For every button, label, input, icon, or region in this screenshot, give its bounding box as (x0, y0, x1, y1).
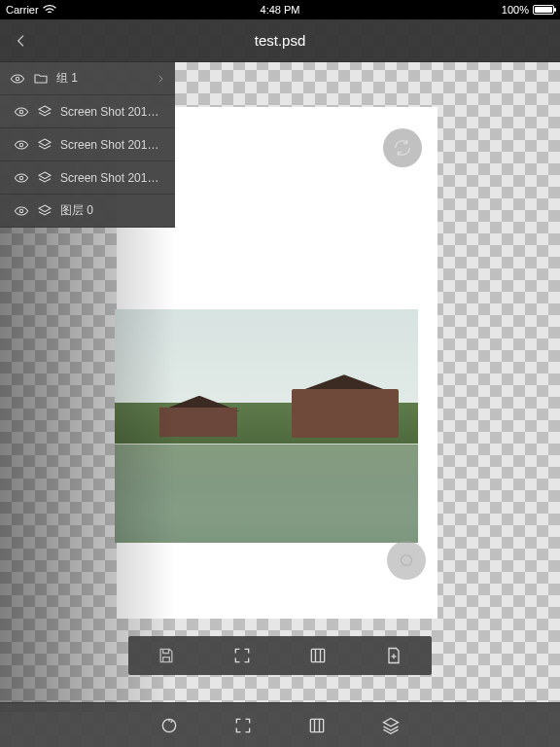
toggle-button[interactable] (387, 541, 426, 580)
resize-icon (307, 716, 327, 735)
canvas-toolbar (128, 636, 432, 675)
clock: 4:48 PM (0, 4, 560, 16)
layer-row[interactable]: Screen Shot 2017-... (0, 128, 175, 161)
svg-point-2 (16, 77, 18, 80)
svg-point-6 (19, 209, 22, 212)
layer-label: Screen Shot 2017-... (60, 105, 165, 119)
layers-icon (37, 104, 52, 120)
rotate-button[interactable] (152, 708, 187, 743)
folder-icon (33, 71, 49, 87)
svg-point-5 (19, 176, 22, 179)
eye-icon[interactable] (14, 170, 29, 186)
expand-button-bottom[interactable] (226, 708, 261, 743)
layer-row[interactable]: 图层 0 (0, 195, 175, 228)
layer-label: Screen Shot 2017-... (60, 171, 165, 185)
circle-icon (396, 550, 417, 571)
expand-button[interactable] (225, 638, 260, 673)
layers-panel: 组 1 Screen Shot 2017-... Screen Shot 201… (0, 62, 175, 228)
sync-icon (392, 137, 413, 159)
save-icon (157, 646, 176, 665)
layers-icon (37, 203, 52, 219)
svg-rect-1 (311, 649, 324, 661)
image-layer[interactable] (115, 309, 418, 543)
page-title: test.psd (0, 32, 560, 49)
add-page-button[interactable] (376, 638, 411, 673)
expand-icon (232, 646, 252, 665)
resize-icon (308, 646, 328, 665)
layers-icon (37, 170, 52, 186)
resize-button[interactable] (300, 638, 335, 673)
svg-rect-8 (310, 719, 323, 731)
add-page-icon (384, 646, 403, 665)
layer-label: Screen Shot 2017-... (60, 138, 165, 152)
eye-icon[interactable] (14, 203, 29, 219)
statusbar: Carrier 4:48 PM 100% (0, 0, 560, 19)
eye-icon[interactable] (10, 71, 25, 87)
svg-point-3 (19, 110, 22, 113)
layer-stack-icon (381, 716, 401, 735)
resize-button-bottom[interactable] (299, 708, 334, 743)
battery-icon (533, 5, 554, 15)
svg-point-0 (402, 555, 412, 566)
navbar: test.psd (0, 19, 560, 62)
save-button[interactable] (149, 638, 184, 673)
rotate-icon (159, 716, 179, 735)
expand-icon (233, 716, 253, 735)
layer-row[interactable]: Screen Shot 2017-... (0, 161, 175, 195)
eye-icon[interactable] (14, 137, 29, 153)
layer-label: 组 1 (56, 70, 148, 87)
svg-point-4 (19, 143, 22, 146)
layers-button[interactable] (373, 708, 408, 743)
sync-button[interactable] (383, 128, 422, 167)
layers-icon (37, 137, 52, 153)
photo-building-left (159, 408, 237, 437)
bottombar (0, 702, 560, 747)
layer-label: 图层 0 (60, 202, 165, 219)
photo-building-main (292, 389, 399, 438)
layer-row-group[interactable]: 组 1 (0, 62, 175, 95)
chevron-right-icon (156, 72, 165, 86)
photo-reflection (115, 445, 418, 543)
eye-icon[interactable] (14, 104, 29, 120)
layer-row[interactable]: Screen Shot 2017-... (0, 95, 175, 128)
